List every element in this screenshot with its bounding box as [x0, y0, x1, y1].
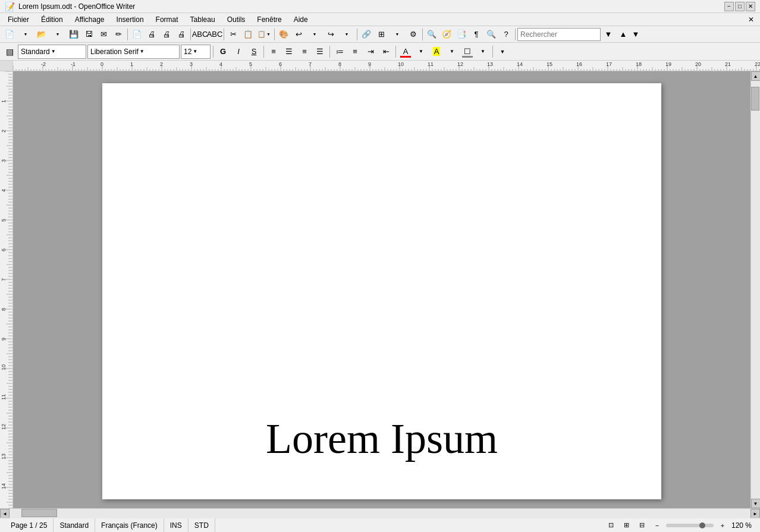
more-formatting-btn[interactable]: ▼	[495, 45, 510, 59]
h-scroll-track[interactable]	[10, 509, 750, 518]
h-scroll-thumb[interactable]	[21, 509, 57, 517]
indent-less-button[interactable]: ⇤	[379, 45, 393, 59]
zoom-in-button[interactable]: +	[716, 520, 729, 531]
macro-button[interactable]: ⚙	[406, 28, 420, 41]
title-bar-left: 📝 Lorem Ipsum.odt - OpenOffice Writer	[5, 2, 135, 11]
title-bar-controls[interactable]: − □ ✕	[724, 2, 755, 11]
styles-sidebar-btn[interactable]: ▤	[2, 45, 17, 58]
undo-button[interactable]: ↩	[291, 28, 306, 41]
nonprint-button[interactable]: ¶	[469, 28, 483, 41]
font-selector[interactable]: Liberation Serif ▼	[87, 45, 180, 59]
menu-outils[interactable]: Outils	[222, 14, 251, 26]
align-right-button[interactable]: ≡	[297, 45, 312, 59]
dbrowser-button[interactable]: 🧭	[439, 28, 454, 41]
search-input[interactable]	[517, 28, 601, 41]
help-button[interactable]: ?	[499, 28, 513, 41]
scroll-track[interactable]	[751, 81, 761, 499]
underline-button[interactable]: S	[247, 45, 261, 59]
maximize-button[interactable]: □	[735, 2, 745, 11]
zoom-thumb[interactable]	[699, 522, 705, 528]
scroll-thumb[interactable]	[751, 87, 759, 111]
menu-tableau[interactable]: Tableau	[185, 14, 221, 26]
highlight-dropdown[interactable]: ▼	[445, 45, 459, 59]
spellcheck-button[interactable]: ABC	[193, 28, 207, 41]
edit-button[interactable]: ✏	[111, 28, 125, 41]
menu-edition[interactable]: Édition	[36, 14, 68, 26]
open-dropdown[interactable]: ▼	[49, 28, 66, 41]
autocorrect-button[interactable]: ABC	[208, 28, 222, 41]
std-mode[interactable]: STD	[189, 518, 215, 532]
cut-button[interactable]: ✂	[226, 28, 240, 41]
new-button[interactable]: 📄	[2, 28, 17, 41]
unordered-list-button[interactable]: ≡	[348, 45, 362, 59]
ordered-list-button[interactable]: ≔	[332, 45, 347, 59]
zoom-slider[interactable]	[666, 524, 714, 527]
save-remote-button[interactable]: 🖫	[81, 28, 96, 41]
font-size-selector[interactable]: 12 ▼	[181, 45, 211, 59]
table-dropdown[interactable]: ▼	[389, 28, 406, 41]
search-options-btn[interactable]: ▼	[631, 28, 640, 41]
indent-more-button[interactable]: ⇥	[363, 45, 378, 59]
clone-button[interactable]: 🎨	[277, 28, 291, 41]
view-web-button[interactable]: ⊞	[620, 520, 633, 531]
sep2	[190, 29, 191, 40]
font-color-button[interactable]: A	[398, 45, 413, 59]
document-area[interactable]: Lorem Ipsum	[13, 71, 750, 508]
style-value: Standard	[21, 48, 50, 56]
minimize-button[interactable]: −	[724, 2, 734, 11]
email-button[interactable]: ✉	[96, 28, 111, 41]
document-content[interactable]: Lorem Ipsum	[102, 414, 661, 464]
title-bar: 📝 Lorem Ipsum.odt - OpenOffice Writer − …	[0, 0, 760, 13]
menu-aide[interactable]: Aide	[288, 14, 313, 26]
menu-fenetre[interactable]: Fenêtre	[252, 14, 287, 26]
redo-dropdown[interactable]: ▼	[338, 28, 355, 41]
scroll-down-button[interactable]: ▼	[751, 499, 761, 508]
find-button[interactable]: 🔍	[425, 28, 439, 41]
save-button[interactable]: 💾	[67, 28, 81, 41]
scroll-right-button[interactable]: ►	[750, 509, 760, 518]
vertical-scrollbar[interactable]: ▲ ▼	[750, 71, 760, 508]
table-button[interactable]: ⊞	[374, 28, 388, 41]
font-size-arrow: ▼	[193, 49, 197, 54]
bold-button[interactable]: G	[216, 45, 230, 59]
hyperlink-button[interactable]: 🔗	[359, 28, 373, 41]
font-size-value: 12	[184, 48, 191, 56]
zoom-button[interactable]: 🔍	[484, 28, 498, 41]
menu-close-button[interactable]: ✕	[745, 14, 758, 25]
menu-fichier[interactable]: Fichier	[2, 14, 34, 26]
fmt-sep1	[213, 46, 213, 58]
highlight-button[interactable]: A	[429, 45, 444, 59]
print-button[interactable]: 🖨	[159, 28, 174, 41]
italic-button[interactable]: I	[231, 45, 246, 59]
style-selector[interactable]: Standard ▼	[18, 45, 86, 59]
view-print-button[interactable]: ⊟	[635, 520, 648, 531]
copy-button[interactable]: 📋	[241, 28, 255, 41]
sep5	[357, 29, 357, 40]
search-up-btn[interactable]: ▲	[616, 28, 630, 41]
bg-color-button[interactable]: ☐	[460, 45, 475, 59]
redo-button[interactable]: ↪	[324, 28, 338, 41]
bg-color-dropdown[interactable]: ▼	[476, 45, 490, 59]
view-normal-button[interactable]: ⊡	[604, 520, 617, 531]
align-center-button[interactable]: ☰	[282, 45, 296, 59]
paste-dropdown[interactable]: 📋▼	[256, 28, 272, 41]
menu-affichage[interactable]: Affichage	[70, 14, 110, 26]
font-color-dropdown[interactable]: ▼	[414, 45, 428, 59]
navigator-button[interactable]: 📑	[454, 28, 469, 41]
print-direct-button[interactable]: 🖨	[174, 28, 189, 41]
zoom-out-button[interactable]: −	[651, 520, 664, 531]
close-button[interactable]: ✕	[746, 2, 755, 11]
ins-mode[interactable]: INS	[164, 518, 189, 532]
undo-dropdown[interactable]: ▼	[306, 28, 323, 41]
scroll-up-button[interactable]: ▲	[751, 71, 761, 81]
scroll-left-button[interactable]: ◄	[0, 509, 10, 518]
menu-format[interactable]: Format	[150, 14, 184, 26]
align-left-button[interactable]: ≡	[266, 45, 281, 59]
search-down-btn[interactable]: ▼	[601, 28, 615, 41]
export-pdf-button[interactable]: 📄	[130, 28, 144, 41]
print-preview-button[interactable]: 🖨	[145, 28, 159, 41]
menu-insertion[interactable]: Insertion	[111, 14, 149, 26]
new-dropdown[interactable]: ▼	[17, 28, 34, 41]
open-button[interactable]: 📂	[34, 28, 49, 41]
align-justify-button[interactable]: ☰	[313, 45, 327, 59]
